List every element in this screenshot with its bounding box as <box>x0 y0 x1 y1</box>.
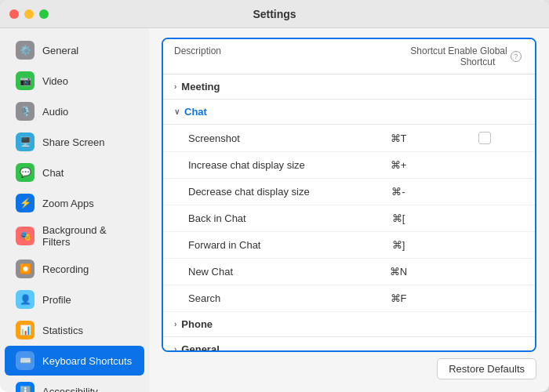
shortcut-description: New Chat <box>188 266 351 278</box>
sidebar-item-recording[interactable]: ⏺️Recording <box>5 254 144 284</box>
keyboard-shortcuts-icon: ⌨️ <box>16 351 35 370</box>
shortcut-description: Increase chat display size <box>188 159 351 171</box>
enable-global-checkbox[interactable] <box>478 132 491 144</box>
section-label-general-section: ›General <box>174 343 351 352</box>
window-controls <box>9 9 49 19</box>
sidebar-label-keyboard-shortcuts: Keyboard Shortcuts <box>42 355 132 367</box>
shortcut-description: Forward in Chat <box>188 239 351 251</box>
close-button[interactable] <box>9 9 19 19</box>
sidebar-item-accessibility[interactable]: ℹ️Accessibility <box>5 376 144 392</box>
profile-icon: 👤 <box>16 290 35 309</box>
table-row: Back in Chat⌘[ <box>163 205 535 232</box>
shortcut-description: Search <box>188 292 351 304</box>
accessibility-icon: ℹ️ <box>16 382 35 392</box>
table-row: Decrease chat display size⌘- <box>163 179 535 205</box>
sidebar-label-accessibility: Accessibility <box>42 386 98 393</box>
table-row: Increase chat display size⌘+ <box>163 152 535 179</box>
sidebar-label-background: Background & Filters <box>42 224 133 248</box>
titlebar: Settings <box>0 0 549 28</box>
video-icon: 📷 <box>16 71 35 90</box>
general-icon: ⚙️ <box>16 41 35 60</box>
shortcut-header: Shortcut <box>351 45 445 67</box>
sidebar-label-video: Video <box>42 75 68 87</box>
sidebar-item-chat[interactable]: 💬Chat <box>5 158 144 187</box>
enable-global-header: Enable GlobalShortcut ? <box>445 45 524 67</box>
sidebar-label-profile: Profile <box>42 294 71 306</box>
sidebar-item-video[interactable]: 📷Video <box>5 66 144 96</box>
bottom-bar: Restore Defaults <box>162 352 536 383</box>
window-title: Settings <box>253 8 296 20</box>
sidebar-label-audio: Audio <box>42 106 68 118</box>
info-icon[interactable]: ? <box>511 51 522 62</box>
sidebar-item-keyboard-shortcuts[interactable]: ⌨️Keyboard Shortcuts <box>5 346 144 376</box>
recording-icon: ⏺️ <box>16 260 35 278</box>
chevron-right-icon: › <box>174 82 176 91</box>
shortcut-description: Back in Chat <box>188 212 351 224</box>
section-meeting[interactable]: ›Meeting <box>163 74 535 100</box>
table-body: ›Meeting∨ChatScreenshot⌘TIncrease chat d… <box>163 74 535 352</box>
minimize-button[interactable] <box>24 9 34 19</box>
section-chat[interactable]: ∨Chat <box>163 100 535 125</box>
sidebar-item-statistics[interactable]: 📊Statistics <box>5 315 144 345</box>
audio-icon: 🎙️ <box>16 102 35 121</box>
sidebar-label-chat: Chat <box>42 167 64 179</box>
main-area: Description Shortcut Enable GlobalShortc… <box>149 28 549 392</box>
settings-window: Settings ⚙️General📷Video🎙️Audio🖥️Share S… <box>0 0 549 392</box>
section-label-meeting: ›Meeting <box>174 81 351 93</box>
chevron-down-icon: ∨ <box>174 107 180 116</box>
table-row: Screenshot⌘T <box>163 125 535 152</box>
chevron-right-icon: › <box>174 345 176 352</box>
section-phone[interactable]: ›Phone <box>163 312 535 337</box>
shortcut-key: ⌘] <box>351 239 445 251</box>
desc-header: Description <box>174 45 351 67</box>
sidebar-item-share-screen[interactable]: 🖥️Share Screen <box>5 127 144 157</box>
shortcut-key: ⌘T <box>351 132 445 144</box>
section-label-phone: ›Phone <box>174 318 351 330</box>
chat-icon: 💬 <box>16 163 35 182</box>
background-icon: 🎭 <box>16 227 35 245</box>
sidebar-label-general: General <box>42 45 78 56</box>
shortcut-description: Decrease chat display size <box>188 186 351 198</box>
shortcut-key: ⌘F <box>351 292 445 304</box>
sidebar-label-statistics: Statistics <box>42 325 83 336</box>
content-area: ⚙️General📷Video🎙️Audio🖥️Share Screen💬Cha… <box>0 28 549 392</box>
sidebar-item-profile[interactable]: 👤Profile <box>5 285 144 314</box>
restore-defaults-button[interactable]: Restore Defaults <box>437 358 536 379</box>
sidebar-label-zoom-apps: Zoom Apps <box>42 198 94 209</box>
shortcut-key: ⌘N <box>351 266 445 278</box>
sidebar-label-share-screen: Share Screen <box>42 136 105 148</box>
shortcut-key: ⌘+ <box>351 159 445 171</box>
shortcut-description: Screenshot <box>188 132 351 144</box>
sidebar-label-recording: Recording <box>42 263 89 275</box>
table-row: Search⌘F <box>163 285 535 312</box>
share-screen-icon: 🖥️ <box>16 132 35 151</box>
table-row: Forward in Chat⌘] <box>163 232 535 259</box>
table-header: Description Shortcut Enable GlobalShortc… <box>163 39 535 74</box>
sidebar-item-general[interactable]: ⚙️General <box>5 35 144 65</box>
shortcut-key: ⌘- <box>351 186 445 198</box>
section-label-chat: ∨Chat <box>174 106 351 118</box>
sidebar-item-background[interactable]: 🎭Background & Filters <box>5 219 144 253</box>
sidebar: ⚙️General📷Video🎙️Audio🖥️Share Screen💬Cha… <box>0 28 149 392</box>
shortcuts-table: Description Shortcut Enable GlobalShortc… <box>162 38 536 352</box>
zoom-apps-icon: ⚡ <box>16 194 35 212</box>
chevron-right-icon: › <box>174 320 176 328</box>
sidebar-item-audio[interactable]: 🎙️Audio <box>5 96 144 126</box>
shortcut-key: ⌘[ <box>351 212 445 224</box>
maximize-button[interactable] <box>39 9 49 19</box>
statistics-icon: 📊 <box>16 321 35 339</box>
table-row: New Chat⌘N <box>163 259 535 285</box>
sidebar-item-zoom-apps[interactable]: ⚡Zoom Apps <box>5 188 144 218</box>
section-general-section[interactable]: ›General <box>163 337 535 352</box>
